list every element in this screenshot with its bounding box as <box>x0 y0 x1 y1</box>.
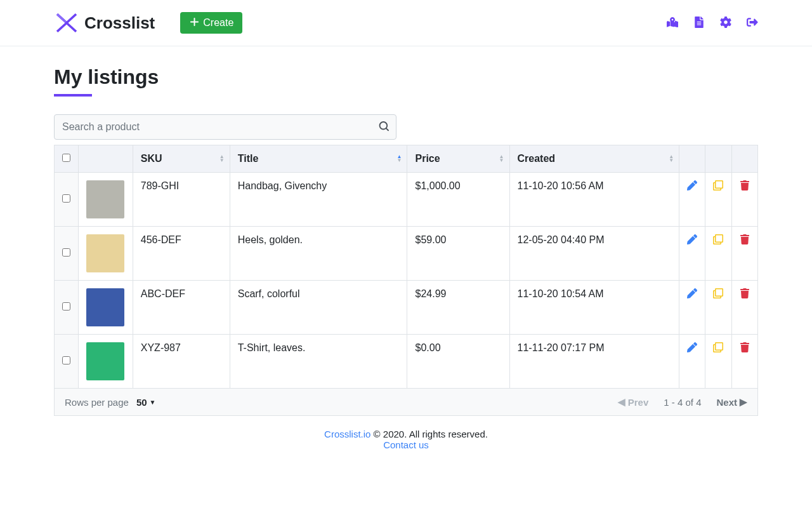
cell-created: 11-10-20 10:54 AM <box>509 281 679 335</box>
row-checkbox[interactable] <box>62 194 70 203</box>
chevron-down-icon: ▼ <box>150 399 156 406</box>
product-thumbnail[interactable] <box>86 180 124 218</box>
brand-mark-icon <box>54 10 79 36</box>
table-row: ABC-DEF Scarf, colorful $24.99 11-10-20 … <box>55 281 758 335</box>
next-button[interactable]: Next ▶ <box>716 396 747 408</box>
cell-created: 12-05-20 04:40 PM <box>509 227 679 281</box>
edit-button[interactable] <box>687 288 697 298</box>
row-checkbox[interactable] <box>62 302 70 311</box>
cell-sku: ABC-DEF <box>133 281 230 335</box>
cell-sku: 456-DEF <box>133 227 230 281</box>
col-image <box>79 145 133 173</box>
cell-title: T-Shirt, leaves. <box>230 335 407 389</box>
plus-icon <box>189 17 199 29</box>
delete-button[interactable] <box>740 180 750 190</box>
delete-button[interactable] <box>740 342 750 352</box>
cell-sku: 789-GHI <box>133 173 230 227</box>
brand-name: Crosslist <box>84 13 155 33</box>
edit-button[interactable] <box>687 234 697 244</box>
cell-price: $24.99 <box>407 281 509 335</box>
product-thumbnail[interactable] <box>86 234 124 272</box>
row-checkbox[interactable] <box>62 248 70 257</box>
sort-icon: ▲▼ <box>669 155 674 163</box>
col-edit <box>679 145 705 173</box>
listings-table: SKU▲▼ Title▲▼ Price▲▼ Created▲▼ 789-GHI … <box>54 145 758 389</box>
duplicate-button[interactable] <box>713 234 723 244</box>
cell-price: $1,000.00 <box>407 173 509 227</box>
col-price[interactable]: Price▲▼ <box>407 145 509 173</box>
duplicate-button[interactable] <box>713 342 723 352</box>
search-icon <box>379 121 389 131</box>
page-title: My listings <box>54 65 758 89</box>
rows-per-page-label: Rows per page <box>65 397 129 408</box>
caret-left-icon: ◀ <box>618 396 625 408</box>
col-sku[interactable]: SKU▲▼ <box>133 145 230 173</box>
cell-title: Heels, golden. <box>230 227 407 281</box>
footer-site-link[interactable]: Crosslist.io <box>324 429 370 439</box>
duplicate-button[interactable] <box>713 180 723 190</box>
title-underline <box>54 94 92 97</box>
delete-button[interactable] <box>740 234 750 244</box>
product-thumbnail[interactable] <box>86 288 124 326</box>
search-button[interactable] <box>379 121 389 133</box>
product-thumbnail[interactable] <box>86 342 124 380</box>
select-all-checkbox[interactable] <box>62 154 70 162</box>
footer-contact-link[interactable]: Contact us <box>383 439 429 450</box>
cell-created: 11-10-20 10:56 AM <box>509 173 679 227</box>
create-label: Create <box>203 17 233 29</box>
cell-title: Scarf, colorful <box>230 281 407 335</box>
sign-out-icon[interactable] <box>747 17 758 30</box>
prev-button[interactable]: ◀ Prev <box>618 396 649 408</box>
table-row: 789-GHI Handbag, Givenchy $1,000.00 11-1… <box>55 173 758 227</box>
map-icon[interactable] <box>667 17 678 30</box>
rows-per-page-select[interactable]: 50 ▼ <box>136 397 156 408</box>
col-delete <box>731 145 757 173</box>
file-icon[interactable] <box>693 17 705 30</box>
delete-button[interactable] <box>740 288 750 298</box>
sort-icon: ▲▼ <box>397 155 402 163</box>
table-row: XYZ-987 T-Shirt, leaves. $0.00 11-11-20 … <box>55 335 758 389</box>
row-checkbox[interactable] <box>62 356 70 364</box>
create-button[interactable]: Create <box>180 12 242 34</box>
col-title[interactable]: Title▲▼ <box>230 145 407 173</box>
gear-icon[interactable] <box>720 17 731 30</box>
brand-logo[interactable]: Crosslist <box>54 10 155 36</box>
cell-title: Handbag, Givenchy <box>230 173 407 227</box>
edit-button[interactable] <box>687 342 697 352</box>
page-range: 1 - 4 of 4 <box>664 397 701 408</box>
footer-copyright: © 2020. All rights reserved. <box>370 429 487 439</box>
sort-icon: ▲▼ <box>219 155 225 163</box>
sort-icon: ▲▼ <box>499 155 504 163</box>
col-copy <box>705 145 731 173</box>
table-row: 456-DEF Heels, golden. $59.00 12-05-20 0… <box>55 227 758 281</box>
search-input[interactable] <box>54 114 396 140</box>
cell-price: $59.00 <box>407 227 509 281</box>
edit-button[interactable] <box>687 180 697 190</box>
cell-created: 11-11-20 07:17 PM <box>509 335 679 389</box>
cell-price: $0.00 <box>407 335 509 389</box>
col-created[interactable]: Created▲▼ <box>509 145 679 173</box>
cell-sku: XYZ-987 <box>133 335 230 389</box>
caret-right-icon: ▶ <box>740 396 747 408</box>
duplicate-button[interactable] <box>713 288 723 298</box>
